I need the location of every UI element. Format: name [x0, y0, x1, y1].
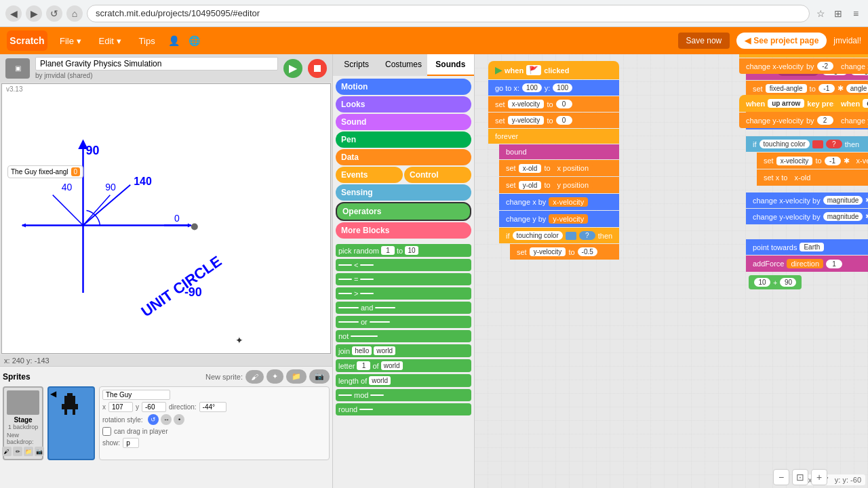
if-touching-red-block[interactable]: if touching color ? then: [746, 136, 868, 152]
change-x-block[interactable]: change x by x-velocity: [499, 194, 619, 210]
set-x-to-old-block[interactable]: set x to x-old: [757, 169, 868, 186]
x-vel-neg-var[interactable]: x-velocity: [776, 157, 813, 165]
neg-one-val[interactable]: -1: [818, 84, 835, 93]
x-vel-mult[interactable]: x-velocity: [852, 156, 868, 165]
right-arrow-hat[interactable]: when right arrow key pressed: [834, 54, 868, 58]
neg-val[interactable]: -0.5: [578, 247, 597, 256]
forever-block[interactable]: forever: [488, 129, 619, 144]
green-flag-button[interactable]: ▶: [283, 59, 302, 78]
category-control[interactable]: Control: [404, 167, 471, 183]
set-y-velocity-block[interactable]: set y-velocity to 0: [488, 113, 619, 128]
category-looks[interactable]: Looks: [336, 96, 471, 113]
mod-block[interactable]: mod: [336, 389, 471, 401]
tips-menu[interactable]: Tips: [134, 33, 161, 49]
rotate-lr-btn[interactable]: ↔: [161, 414, 172, 425]
forward-button[interactable]: ▶: [26, 5, 42, 22]
backdrop-camera-icon[interactable]: 📷: [35, 447, 44, 456]
add-force-direction-block[interactable]: addForce direction 1: [746, 256, 868, 272]
color-red-swatch[interactable]: [812, 140, 823, 148]
edit-menu[interactable]: Edit ▾: [94, 33, 127, 49]
ten-plus-90-block[interactable]: 10 + 90: [749, 275, 802, 289]
point-towards-block[interactable]: point towards Earth: [746, 239, 868, 255]
rotate-all-btn[interactable]: ↺: [148, 414, 159, 425]
y-position-val[interactable]: y position: [553, 180, 593, 190]
neg-one-x[interactable]: -1: [825, 157, 841, 165]
refresh-button[interactable]: ↺: [46, 5, 62, 22]
eq-block[interactable]: =: [336, 273, 471, 285]
change-y-vel-sin-block[interactable]: change y-velocity by magnitude ✱ sin of …: [746, 209, 868, 224]
magnitude-sin-ref[interactable]: magnitude: [823, 212, 863, 221]
if-touching-color-block[interactable]: if touching color ? then: [499, 228, 619, 243]
bound-block[interactable]: bound: [499, 144, 619, 159]
direction-ref[interactable]: direction: [787, 259, 823, 268]
x-old-var[interactable]: x-old: [519, 164, 542, 173]
file-menu[interactable]: File ▾: [54, 33, 87, 49]
zoom-reset-button[interactable]: ⊡: [792, 469, 808, 485]
change-x-vel-cos-block[interactable]: change x-velocity by magnitude ✱ cos of …: [746, 192, 868, 208]
not-block[interactable]: not: [336, 330, 471, 342]
zoom-out-button[interactable]: −: [773, 469, 789, 485]
category-operators[interactable]: Operators: [336, 202, 471, 221]
magnitude-ref[interactable]: magnitude: [823, 196, 863, 205]
stage-canvas[interactable]: v3.13 The Guy fixed-angl 0: [1, 83, 331, 354]
back-button[interactable]: ◀: [5, 5, 22, 22]
profile-icon[interactable]: 👤: [167, 34, 181, 47]
y-vel-val[interactable]: 0: [556, 116, 572, 125]
y-vel-var[interactable]: y-velocity: [508, 116, 545, 125]
sprite-name-input[interactable]: [102, 390, 170, 400]
go-x-val[interactable]: 100: [522, 83, 542, 92]
sprite-item[interactable]: ◀: [47, 386, 95, 460]
sprite-y-input[interactable]: [142, 402, 166, 412]
can-drag-checkbox[interactable]: [102, 427, 111, 436]
show-input[interactable]: [123, 438, 139, 448]
neg-two-val[interactable]: -2: [817, 62, 833, 70]
earth-dropdown[interactable]: Earth: [800, 243, 824, 251]
category-sound[interactable]: Sound: [336, 114, 471, 130]
color-blue-swatch[interactable]: [566, 232, 576, 240]
cursor-sprite-button[interactable]: ✦: [267, 369, 283, 384]
project-title-input[interactable]: [35, 57, 278, 70]
pick-random-block[interactable]: pick random 1 to 10: [336, 244, 471, 257]
down-arrow-hat[interactable]: when down arrow key pressed: [834, 95, 868, 112]
pick-random-to-val[interactable]: 10: [405, 246, 418, 255]
set-y-vel-neg-block[interactable]: set y-velocity to -0.5: [510, 244, 619, 260]
length-of-block[interactable]: length of world: [336, 374, 471, 387]
backdrop-edit-icon[interactable]: ✏: [13, 447, 22, 456]
angle-val-ref[interactable]: angle: [846, 84, 868, 93]
tab-sounds[interactable]: Sounds: [427, 54, 474, 76]
extensions-icon[interactable]: ⊞: [831, 7, 845, 20]
and-block[interactable]: and: [336, 302, 471, 314]
x-old-ref[interactable]: x-old: [790, 173, 814, 182]
see-project-button[interactable]: ◀ See project page: [736, 33, 827, 49]
tab-costumes[interactable]: Costumes: [380, 54, 427, 76]
folder-sprite-button[interactable]: 📁: [286, 369, 307, 384]
one-param[interactable]: 1: [826, 260, 842, 268]
change-y-block[interactable]: change y by y-velocity: [499, 211, 619, 227]
x-vel-val[interactable]: 0: [556, 100, 572, 108]
stage-thumbnail[interactable]: Stage 1 backdrop New backdrop: 🖌 ✏ 📁 📷: [3, 386, 43, 460]
pick-random-from[interactable]: 1: [381, 246, 395, 255]
backdrop-paint-icon[interactable]: 🖌: [2, 447, 12, 456]
category-data[interactable]: Data: [336, 149, 471, 165]
set-x-old-block[interactable]: set x-old to x position: [499, 160, 619, 176]
direction-input[interactable]: [199, 402, 226, 412]
category-pen[interactable]: Pen: [336, 131, 471, 148]
go-to-xy-block[interactable]: go to x: 100 y: 100: [488, 80, 619, 96]
lt-block[interactable]: <: [336, 259, 471, 271]
save-button[interactable]: Save now: [678, 33, 730, 49]
backdrop-folder-icon[interactable]: 📁: [24, 447, 33, 456]
set-y-old-block[interactable]: set y-old to y position: [499, 177, 619, 193]
gt-block[interactable]: >: [336, 287, 471, 300]
user-menu[interactable]: jmvidal!: [833, 36, 861, 45]
when-flag-hat[interactable]: ▶ when 🚩 clicked: [488, 61, 619, 79]
letter-of-block[interactable]: letter 1 of world: [336, 359, 471, 372]
scratch-logo[interactable]: Scratch: [7, 30, 47, 51]
y-vel-ref[interactable]: y-velocity: [549, 214, 588, 224]
tab-scripts[interactable]: Scripts: [333, 54, 380, 76]
x-position-val[interactable]: x position: [553, 163, 593, 173]
set-x-vel-neg-block[interactable]: set x-velocity to -1 ✱ x-velocity: [757, 152, 868, 169]
round-block[interactable]: round: [336, 403, 471, 415]
change-x-vel-pos-block[interactable]: change x-velocity by 2: [834, 58, 868, 74]
set-fixed-angle-block[interactable]: set fixed-angle to -1 ✱ angle: [746, 81, 868, 96]
set-x-velocity-block[interactable]: set x-velocity to 0: [488, 96, 619, 112]
